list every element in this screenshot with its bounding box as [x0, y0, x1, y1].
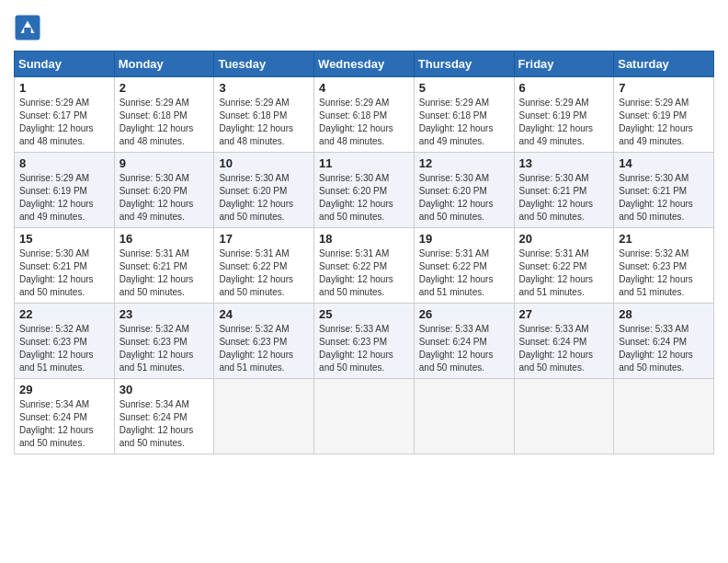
day-number: 27: [519, 307, 609, 321]
day-cell-10: 10Sunrise: 5:30 AMSunset: 6:20 PMDayligh…: [214, 153, 314, 228]
empty-cell: [614, 379, 714, 454]
day-number: 1: [19, 81, 109, 95]
day-number: 20: [519, 232, 609, 246]
day-number: 3: [219, 81, 309, 95]
calendar-week-3: 15Sunrise: 5:30 AMSunset: 6:21 PMDayligh…: [15, 228, 714, 304]
day-info: Sunrise: 5:34 AMSunset: 6:24 PMDaylight:…: [119, 398, 210, 450]
day-info: Sunrise: 5:33 AMSunset: 6:24 PMDaylight:…: [519, 323, 609, 374]
day-cell-1: 1Sunrise: 5:29 AMSunset: 6:17 PMDaylight…: [15, 77, 115, 153]
day-info: Sunrise: 5:29 AMSunset: 6:19 PMDaylight:…: [619, 97, 709, 148]
day-number: 4: [319, 81, 409, 95]
day-number: 5: [419, 81, 509, 95]
page-header: [14, 14, 714, 41]
weekday-header-saturday: Saturday: [614, 52, 714, 77]
calendar-week-5: 29Sunrise: 5:34 AMSunset: 6:24 PMDayligh…: [15, 379, 714, 454]
day-cell-6: 6Sunrise: 5:29 AMSunset: 6:19 PMDaylight…: [514, 77, 614, 153]
weekday-header-tuesday: Tuesday: [214, 52, 314, 77]
day-info: Sunrise: 5:29 AMSunset: 6:19 PMDaylight:…: [19, 172, 109, 224]
weekday-header-wednesday: Wednesday: [314, 52, 415, 77]
day-cell-13: 13Sunrise: 5:30 AMSunset: 6:21 PMDayligh…: [514, 153, 614, 228]
day-cell-28: 28Sunrise: 5:33 AMSunset: 6:24 PMDayligh…: [614, 304, 714, 379]
day-cell-7: 7Sunrise: 5:29 AMSunset: 6:19 PMDaylight…: [614, 77, 714, 153]
day-number: 7: [619, 81, 709, 95]
calendar-week-4: 22Sunrise: 5:32 AMSunset: 6:23 PMDayligh…: [15, 304, 714, 379]
empty-cell: [514, 379, 614, 454]
day-cell-12: 12Sunrise: 5:30 AMSunset: 6:20 PMDayligh…: [414, 153, 514, 228]
day-number: 25: [319, 307, 409, 321]
day-cell-15: 15Sunrise: 5:30 AMSunset: 6:21 PMDayligh…: [15, 228, 115, 304]
day-cell-3: 3Sunrise: 5:29 AMSunset: 6:18 PMDaylight…: [214, 77, 314, 153]
day-info: Sunrise: 5:32 AMSunset: 6:23 PMDaylight:…: [219, 323, 309, 374]
weekday-header-thursday: Thursday: [414, 52, 514, 77]
day-cell-22: 22Sunrise: 5:32 AMSunset: 6:23 PMDayligh…: [15, 304, 115, 379]
day-number: 9: [119, 156, 210, 170]
day-info: Sunrise: 5:32 AMSunset: 6:23 PMDaylight:…: [619, 247, 709, 299]
day-info: Sunrise: 5:30 AMSunset: 6:20 PMDaylight:…: [419, 172, 509, 224]
day-number: 12: [419, 156, 509, 170]
weekday-header-sunday: Sunday: [15, 52, 115, 77]
day-info: Sunrise: 5:34 AMSunset: 6:24 PMDaylight:…: [19, 398, 109, 450]
day-cell-19: 19Sunrise: 5:31 AMSunset: 6:22 PMDayligh…: [414, 228, 514, 304]
day-info: Sunrise: 5:29 AMSunset: 6:18 PMDaylight:…: [319, 97, 409, 148]
day-info: Sunrise: 5:31 AMSunset: 6:22 PMDaylight:…: [219, 247, 309, 299]
day-number: 13: [519, 156, 609, 170]
day-cell-21: 21Sunrise: 5:32 AMSunset: 6:23 PMDayligh…: [614, 228, 714, 304]
day-info: Sunrise: 5:29 AMSunset: 6:18 PMDaylight:…: [419, 97, 509, 148]
calendar-week-1: 1Sunrise: 5:29 AMSunset: 6:17 PMDaylight…: [15, 77, 714, 153]
day-number: 17: [219, 232, 309, 246]
day-number: 18: [319, 232, 409, 246]
day-cell-17: 17Sunrise: 5:31 AMSunset: 6:22 PMDayligh…: [214, 228, 314, 304]
day-cell-2: 2Sunrise: 5:29 AMSunset: 6:18 PMDaylight…: [114, 77, 214, 153]
day-cell-29: 29Sunrise: 5:34 AMSunset: 6:24 PMDayligh…: [15, 379, 115, 454]
day-cell-16: 16Sunrise: 5:31 AMSunset: 6:21 PMDayligh…: [114, 228, 214, 304]
weekday-header-monday: Monday: [114, 52, 214, 77]
day-info: Sunrise: 5:33 AMSunset: 6:23 PMDaylight:…: [319, 323, 409, 374]
day-info: Sunrise: 5:33 AMSunset: 6:24 PMDaylight:…: [619, 323, 709, 374]
day-cell-23: 23Sunrise: 5:32 AMSunset: 6:23 PMDayligh…: [114, 304, 214, 379]
day-cell-14: 14Sunrise: 5:30 AMSunset: 6:21 PMDayligh…: [614, 153, 714, 228]
day-number: 6: [519, 81, 609, 95]
calendar-week-2: 8Sunrise: 5:29 AMSunset: 6:19 PMDaylight…: [15, 153, 714, 228]
weekday-header-friday: Friday: [514, 52, 614, 77]
day-info: Sunrise: 5:30 AMSunset: 6:20 PMDaylight:…: [219, 172, 309, 224]
day-cell-25: 25Sunrise: 5:33 AMSunset: 6:23 PMDayligh…: [314, 304, 415, 379]
day-number: 16: [119, 232, 210, 246]
day-cell-18: 18Sunrise: 5:31 AMSunset: 6:22 PMDayligh…: [314, 228, 415, 304]
day-info: Sunrise: 5:31 AMSunset: 6:22 PMDaylight:…: [319, 247, 409, 299]
day-number: 19: [419, 232, 509, 246]
day-info: Sunrise: 5:31 AMSunset: 6:21 PMDaylight:…: [119, 247, 210, 299]
calendar-table: SundayMondayTuesdayWednesdayThursdayFrid…: [14, 51, 714, 454]
day-info: Sunrise: 5:30 AMSunset: 6:20 PMDaylight:…: [119, 172, 210, 224]
day-cell-5: 5Sunrise: 5:29 AMSunset: 6:18 PMDaylight…: [414, 77, 514, 153]
day-number: 10: [219, 156, 309, 170]
day-cell-27: 27Sunrise: 5:33 AMSunset: 6:24 PMDayligh…: [514, 304, 614, 379]
day-number: 24: [219, 307, 309, 321]
day-info: Sunrise: 5:29 AMSunset: 6:18 PMDaylight:…: [119, 97, 210, 148]
day-info: Sunrise: 5:31 AMSunset: 6:22 PMDaylight:…: [419, 247, 509, 299]
day-cell-8: 8Sunrise: 5:29 AMSunset: 6:19 PMDaylight…: [15, 153, 115, 228]
day-info: Sunrise: 5:29 AMSunset: 6:18 PMDaylight:…: [219, 97, 309, 148]
day-number: 14: [619, 156, 709, 170]
empty-cell: [314, 379, 415, 454]
day-info: Sunrise: 5:29 AMSunset: 6:17 PMDaylight:…: [19, 97, 109, 148]
day-number: 29: [19, 383, 109, 396]
day-number: 23: [119, 307, 210, 321]
day-info: Sunrise: 5:32 AMSunset: 6:23 PMDaylight:…: [19, 323, 109, 374]
day-number: 30: [119, 383, 210, 396]
day-number: 28: [619, 307, 709, 321]
day-cell-4: 4Sunrise: 5:29 AMSunset: 6:18 PMDaylight…: [314, 77, 415, 153]
day-cell-30: 30Sunrise: 5:34 AMSunset: 6:24 PMDayligh…: [114, 379, 214, 454]
day-cell-26: 26Sunrise: 5:33 AMSunset: 6:24 PMDayligh…: [414, 304, 514, 379]
day-number: 11: [319, 156, 409, 170]
day-number: 22: [19, 307, 109, 321]
day-info: Sunrise: 5:30 AMSunset: 6:21 PMDaylight:…: [19, 247, 109, 299]
day-info: Sunrise: 5:30 AMSunset: 6:21 PMDaylight:…: [619, 172, 709, 224]
logo-icon: [14, 14, 41, 41]
empty-cell: [214, 379, 314, 454]
day-info: Sunrise: 5:31 AMSunset: 6:22 PMDaylight:…: [519, 247, 609, 299]
day-number: 2: [119, 81, 210, 95]
day-info: Sunrise: 5:30 AMSunset: 6:20 PMDaylight:…: [319, 172, 409, 224]
day-number: 8: [19, 156, 109, 170]
day-number: 15: [19, 232, 109, 246]
day-info: Sunrise: 5:32 AMSunset: 6:23 PMDaylight:…: [119, 323, 210, 374]
